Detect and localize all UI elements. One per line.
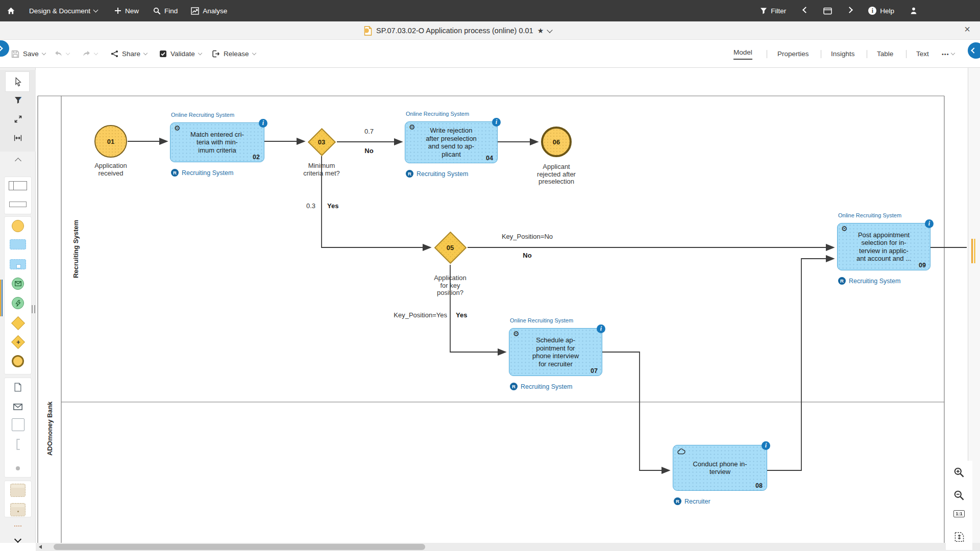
shape-palette: +: [0, 68, 36, 543]
close-icon[interactable]: ×: [961, 23, 974, 35]
release-button[interactable]: Release: [212, 40, 256, 68]
task-schedule-appointment[interactable]: ⚙ i Schedule ap-pointment forphone inter…: [509, 328, 602, 376]
role-icon: R: [674, 497, 681, 505]
diagonal-arrows-icon: [14, 115, 22, 123]
event-label: Applicationreceived: [80, 162, 141, 177]
share-icon: [111, 50, 118, 58]
tab-properties[interactable]: Properties: [777, 40, 809, 68]
share-button[interactable]: Share: [111, 40, 147, 68]
task-number: 04: [486, 155, 493, 162]
funnel-icon: [14, 96, 22, 104]
palette-annotation-shape[interactable]: [0, 436, 36, 453]
palette-parallel-gateway-shape[interactable]: +: [0, 333, 36, 350]
scroll-left-arrow[interactable]: [39, 545, 42, 549]
palette-package-dotted-shape[interactable]: [0, 502, 36, 518]
info-icon[interactable]: i: [762, 441, 770, 450]
palette-document-shape[interactable]: [0, 378, 36, 396]
palette-gateway-shape[interactable]: [0, 314, 36, 332]
info-icon[interactable]: i: [492, 118, 501, 127]
event-application-received[interactable]: 01: [94, 125, 127, 158]
filter-tool[interactable]: [0, 92, 36, 108]
select-tool[interactable]: [0, 72, 36, 91]
fit-to-screen-button[interactable]: [946, 532, 972, 542]
task-match-criteria[interactable]: ⚙ i Match entered cri-teria with min-imu…: [170, 122, 264, 162]
palette-resize-grip[interactable]: [32, 305, 35, 313]
analyse-button[interactable]: Analyse: [191, 7, 227, 15]
palette-start-event-shape[interactable]: [0, 217, 36, 235]
expand-right-panel-button[interactable]: [968, 42, 980, 59]
home-button[interactable]: [7, 7, 15, 15]
user-avatar[interactable]: [910, 7, 918, 15]
task-conduct-phone-interview[interactable]: i Conduct phone in-terview 08: [673, 445, 767, 491]
pool-label[interactable]: ADOmoney Bank: [46, 402, 54, 456]
new-button[interactable]: New: [114, 7, 139, 15]
title-bar: SP.07.03.02-O Application process (onlin…: [0, 21, 980, 40]
validate-button[interactable]: Validate: [159, 40, 202, 68]
palette-message-shape[interactable]: [0, 398, 36, 415]
event-applicant-rejected[interactable]: 06: [541, 127, 572, 157]
collapse-palette-section-button[interactable]: [0, 154, 36, 167]
page-title: SP.07.03.02-O Application process (onlin…: [376, 27, 533, 35]
favorite-star-icon[interactable]: ★: [537, 27, 544, 35]
flow-condition-label: No: [358, 147, 380, 155]
undo-icon: [54, 50, 63, 58]
palette-package-shape[interactable]: [0, 482, 36, 498]
info-icon[interactable]: i: [925, 219, 934, 228]
save-button[interactable]: Save: [11, 40, 45, 68]
palette-intermediate-event-shape[interactable]: [0, 294, 36, 312]
task-write-rejection[interactable]: ⚙ i Write rejectionafter preselectionand…: [405, 121, 498, 163]
palette-end-event-shape[interactable]: [0, 353, 36, 370]
more-tabs-button[interactable]: •••: [942, 40, 954, 68]
horizontal-scrollbar[interactable]: [36, 543, 980, 551]
actual-size-button[interactable]: 1:1: [946, 510, 972, 517]
palette-pool-shape[interactable]: [0, 178, 36, 193]
window-button[interactable]: [823, 7, 832, 15]
gateway-minimum-criteria[interactable]: 03: [307, 128, 336, 156]
tab-insights[interactable]: Insights: [831, 40, 855, 68]
nav-back-button[interactable]: [803, 9, 808, 12]
palette-lane-shape[interactable]: [0, 197, 36, 211]
tab-text[interactable]: Text: [916, 40, 929, 68]
tab-table[interactable]: Table: [877, 40, 893, 68]
undo-button[interactable]: [54, 40, 69, 68]
window-icon: [823, 7, 832, 15]
design-document-menu[interactable]: Design & Document: [29, 7, 97, 15]
flow-condition-label: No: [517, 252, 538, 259]
top-nav: Design & Document New Find Analyse Filte…: [0, 0, 980, 21]
info-icon[interactable]: i: [259, 119, 267, 128]
zoom-panel: 1:1: [946, 461, 972, 550]
role-label: RRecruiting System: [510, 383, 572, 390]
nav-forward-button[interactable]: [847, 9, 852, 12]
palette-message-event-shape[interactable]: [0, 274, 36, 293]
filter-button[interactable]: Filter: [760, 7, 786, 15]
system-label: Online Recruiting System: [838, 212, 901, 218]
title-chevron-icon[interactable]: [547, 27, 553, 33]
flow-condition-label: Yes: [456, 311, 476, 319]
zoom-out-button[interactable]: [946, 490, 972, 501]
service-task-icon: ⚙: [174, 124, 181, 132]
gateway-label: Applicationfor keyposition?: [420, 274, 481, 297]
connector-tool[interactable]: [0, 111, 36, 127]
palette-subprocess-shape[interactable]: [0, 256, 36, 273]
find-button[interactable]: Find: [153, 7, 178, 15]
lane-label[interactable]: Recruiting System: [72, 220, 80, 278]
space-distribute-icon: [14, 134, 22, 142]
system-label: Online Recruiting System: [406, 111, 469, 117]
scroll-palette-down-button[interactable]: [0, 533, 36, 546]
redo-button[interactable]: [82, 40, 97, 68]
horizontal-scroll-thumb[interactable]: [54, 544, 425, 550]
system-label: Online Recruiting System: [171, 112, 234, 118]
tab-model[interactable]: Model: [733, 40, 752, 68]
spacing-tool[interactable]: [0, 130, 36, 145]
service-task-icon: ⚙: [513, 330, 520, 337]
help-button[interactable]: i Help: [868, 7, 894, 15]
zoom-in-button[interactable]: [946, 467, 972, 478]
docked-panel-stripes: [0, 280, 3, 316]
task-post-appointment-selection[interactable]: ⚙ i Post appointmentselection for in-ter…: [837, 223, 930, 270]
palette-dot-shape[interactable]: [0, 464, 36, 473]
gateway-key-position[interactable]: 05: [434, 231, 467, 264]
palette-group-shape[interactable]: [0, 416, 36, 433]
palette-task-shape[interactable]: [0, 236, 36, 253]
info-icon[interactable]: i: [597, 324, 605, 333]
scroll-position-marker: [971, 239, 976, 263]
